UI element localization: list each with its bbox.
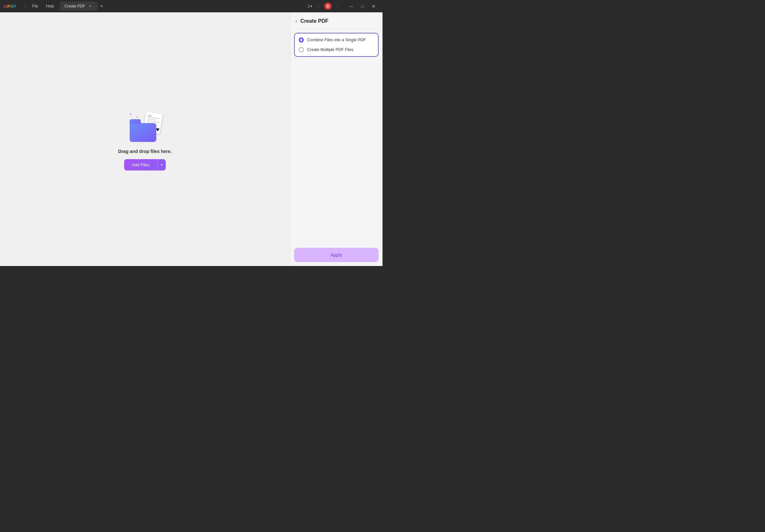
user-avatar[interactable]: B <box>324 3 332 10</box>
option-combine[interactable]: Combine Files into a Single PDF <box>299 37 374 43</box>
logo-u: U <box>4 4 7 9</box>
titlebar-right: 1 ▾ B — □ ✕ <box>308 2 379 11</box>
sparkle-2: ✦ <box>136 116 138 119</box>
add-files-button[interactable]: Add Files ▾ <box>124 159 166 170</box>
titlebar: UPDF File Help Create PDF × + 1 ▾ B — □ … <box>0 0 382 12</box>
logo-f: F <box>14 4 17 9</box>
tab-label: Create PDF <box>64 4 85 8</box>
logo-p: P <box>7 4 10 9</box>
menu-file[interactable]: File <box>29 3 41 10</box>
version-badge: 1 ▾ <box>308 4 312 8</box>
logo-d: D <box>10 4 14 9</box>
maximize-button[interactable]: □ <box>357 2 368 11</box>
option-multiple[interactable]: Create Multiple PDF Files <box>299 47 374 52</box>
tab-create-pdf[interactable]: Create PDF × <box>60 2 97 11</box>
new-tab-button[interactable]: + <box>98 3 106 10</box>
panel-options-box: Combine Files into a Single PDF Create M… <box>294 33 379 57</box>
tabs-area: Create PDF × + <box>60 2 308 11</box>
sparkle-1: ✦ <box>129 112 132 116</box>
main-content: Aa ◀ ✦ ✦ Drag and drop files here. Add F… <box>0 12 382 266</box>
apply-button[interactable]: Apply <box>294 248 379 262</box>
menu-bar: File Help <box>29 3 57 10</box>
option-combine-label: Combine Files into a Single PDF <box>307 38 366 42</box>
option-multiple-label: Create Multiple PDF Files <box>307 47 353 52</box>
titlebar-win-divider <box>337 3 338 9</box>
panel-title: Create PDF <box>300 18 328 24</box>
radio-multiple[interactable] <box>299 47 304 52</box>
tab-close-button[interactable]: × <box>88 4 93 9</box>
right-panel: ‹ Create PDF Combine Files into a Single… <box>290 12 382 266</box>
panel-header: ‹ Create PDF <box>290 12 382 29</box>
version-number: 1 <box>308 4 310 8</box>
app-logo: UPDF <box>4 4 17 9</box>
menu-help[interactable]: Help <box>43 3 58 10</box>
titlebar-divider <box>25 3 25 9</box>
version-chevron[interactable]: ▾ <box>310 4 312 8</box>
drop-illustration: Aa ◀ ✦ ✦ <box>124 108 166 143</box>
minimize-button[interactable]: — <box>346 2 357 11</box>
add-files-label: Add Files <box>124 159 158 170</box>
drag-drop-text: Drag and drop files here. <box>118 149 172 154</box>
close-button[interactable]: ✕ <box>368 2 379 11</box>
drop-zone[interactable]: Aa ◀ ✦ ✦ Drag and drop files here. Add F… <box>0 12 290 266</box>
back-button[interactable]: ‹ <box>296 18 297 24</box>
add-files-dropdown-arrow[interactable]: ▾ <box>158 160 166 170</box>
radio-combine[interactable] <box>299 37 304 43</box>
window-controls: — □ ✕ <box>346 2 379 11</box>
panel-spacer <box>290 61 382 244</box>
titlebar-right-divider <box>318 3 319 9</box>
